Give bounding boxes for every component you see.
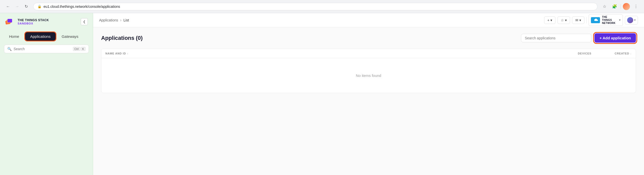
nav-buttons: ← → ↻	[4, 3, 30, 11]
svg-rect-2	[8, 19, 12, 22]
search-input[interactable]	[14, 47, 71, 51]
chevron-down-icon: ▾	[565, 18, 567, 22]
reload-button[interactable]: ↻	[22, 3, 30, 11]
top-bar-actions: + ▾ ☆ ▾ ✉ ▾ TH	[544, 14, 638, 26]
search-applications-wrapper	[521, 34, 591, 42]
column-name-id-label: NAME AND ID	[105, 52, 126, 55]
logo-text: THE THINGS STACK SANDBOX	[18, 18, 49, 25]
favorites-dropdown-button[interactable]: ☆ ▾	[557, 16, 570, 24]
search-applications-input[interactable]	[525, 36, 588, 40]
app-container: THE THINGS STACK SANDBOX ❮ Home Applicat…	[0, 13, 644, 175]
sidebar-item-label: Home	[9, 34, 19, 39]
chevron-down-icon: ▾	[550, 18, 552, 22]
chevron-down-icon: ▾	[634, 18, 636, 22]
address-bar[interactable]: 🔒 eu1.cloud.thethings.network/console/ap…	[33, 3, 597, 10]
breadcrumb-parent[interactable]: Applications	[99, 18, 118, 22]
content-area: Applications (0) + Add application NAME …	[93, 27, 644, 175]
forward-button[interactable]: →	[13, 3, 21, 11]
page-title: Applications (0)	[101, 35, 143, 41]
bookmark-button[interactable]: ☆	[600, 3, 609, 11]
back-button[interactable]: ←	[4, 3, 12, 11]
header-right-actions: + Add application	[521, 33, 636, 43]
tts-logo-icon	[5, 17, 15, 26]
sidebar-item-applications[interactable]: Applications	[25, 32, 56, 41]
sidebar-header: THE THINGS STACK SANDBOX ❮	[0, 13, 93, 30]
menu-button[interactable]: ⋮	[632, 3, 640, 11]
table-header: NAME AND ID ↕ DEVICES CREATED ↓	[101, 49, 636, 58]
add-application-button[interactable]: + Add application	[594, 33, 636, 43]
top-bar-divider	[586, 17, 587, 23]
bell-icon: ✉	[575, 18, 578, 22]
kbd-k: K	[81, 47, 86, 51]
sidebar: THE THINGS STACK SANDBOX ❮ Home Applicat…	[0, 13, 93, 175]
user-account-button[interactable]: ▾	[625, 16, 638, 24]
ttn-label: THE THINGS NETWORK	[602, 16, 617, 25]
logo-area: THE THINGS STACK SANDBOX	[5, 17, 49, 26]
ttn-logo-button[interactable]: THE THINGS NETWORK ▾	[589, 14, 623, 26]
user-avatar	[627, 17, 633, 23]
applications-table: NAME AND ID ↕ DEVICES CREATED ↓ No items…	[101, 49, 636, 93]
empty-message: No items found	[356, 73, 381, 78]
sidebar-item-home[interactable]: Home	[4, 32, 24, 41]
ttn-cloud-icon	[591, 17, 600, 23]
logo-subtitle: SANDBOX	[18, 22, 49, 25]
column-devices: DEVICES	[561, 52, 591, 55]
notifications-dropdown-button[interactable]: ✉ ▾	[572, 16, 584, 24]
security-icon: 🔒	[37, 5, 42, 8]
top-bar: Applications › List + ▾ ☆ ▾ ✉ ▾	[93, 13, 644, 27]
add-dropdown-button[interactable]: + ▾	[544, 16, 555, 24]
chevron-down-icon: ▾	[579, 18, 581, 22]
sidebar-item-label: Applications	[30, 34, 51, 39]
empty-state: No items found	[101, 58, 636, 93]
profile-avatar[interactable]	[623, 3, 630, 10]
sidebar-search-area: 🔍 Ctrl K	[0, 43, 93, 57]
plus-icon: +	[547, 18, 549, 22]
add-application-label: + Add application	[599, 36, 631, 40]
chevron-down-icon: ▾	[619, 18, 621, 22]
star-icon: ☆	[561, 18, 564, 22]
column-created-label: CREATED	[615, 52, 629, 55]
column-created[interactable]: CREATED ↓	[591, 52, 632, 55]
sidebar-item-gateways[interactable]: Gateways	[57, 32, 84, 41]
sort-created-icon: ↓	[630, 52, 632, 55]
sidebar-item-label: Gateways	[62, 34, 78, 39]
main-content: Applications › List + ▾ ☆ ▾ ✉ ▾	[93, 13, 644, 175]
breadcrumb: Applications › List	[99, 18, 129, 22]
applications-header: Applications (0) + Add application	[101, 33, 636, 43]
breadcrumb-separator: ›	[120, 18, 122, 22]
toggle-icon: ❮	[83, 20, 86, 23]
search-icon: 🔍	[7, 47, 12, 51]
nav-tabs: Home Applications Gateways	[0, 30, 93, 43]
browser-actions: ☆ 🧩 ⋮	[600, 3, 640, 11]
url-text: eu1.cloud.thethings.network/console/appl…	[44, 5, 120, 9]
sort-name-id-icon: ↕	[127, 52, 129, 55]
breadcrumb-current: List	[124, 18, 129, 22]
keyboard-shortcut: Ctrl K	[73, 47, 86, 51]
extensions-button[interactable]: 🧩	[611, 3, 619, 11]
browser-divider	[621, 4, 621, 9]
logo-title: THE THINGS STACK	[18, 18, 49, 22]
sidebar-toggle-button[interactable]: ❮	[81, 18, 88, 25]
search-wrapper: 🔍 Ctrl K	[4, 45, 89, 53]
column-devices-label: DEVICES	[578, 52, 591, 55]
browser-chrome: ← → ↻ 🔒 eu1.cloud.thethings.network/cons…	[0, 0, 644, 13]
column-name-id[interactable]: NAME AND ID ↕	[105, 52, 561, 55]
kbd-ctrl: Ctrl	[73, 47, 80, 51]
